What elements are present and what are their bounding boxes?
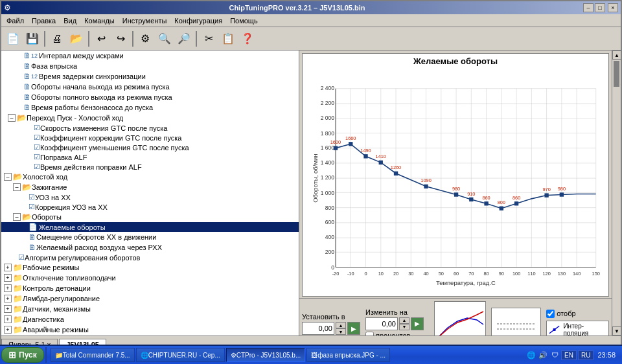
toolbar-zoom[interactable]: 🔎 (175, 30, 193, 48)
tree-item-alf1[interactable]: ☑ Поправка ALF (1, 152, 299, 162)
doc-icon3: 🗎 (23, 72, 31, 81)
folder-icon-zazhig: 📂 (22, 183, 32, 192)
scroll-up-arrow[interactable]: ▲ (612, 51, 621, 60)
taskbar-chiptuner[interactable]: 🌐 CHIPTUNER.RU - Сер... (136, 348, 225, 362)
set-spin-up[interactable]: ▲ (336, 322, 346, 328)
tree-item-avar[interactable]: + 📁 Аварийные режимы (1, 324, 299, 335)
taskbar-faza[interactable]: 🖼 фаза впрыска.JPG - ... (306, 348, 390, 362)
expand-rabochie[interactable]: + (4, 264, 12, 271)
right-scrollbar[interactable]: ▲ ▼ (612, 51, 621, 336)
svg-text:1 200: 1 200 (321, 174, 334, 181)
menu-view[interactable]: Вид (60, 16, 80, 26)
taskbar-ctpro[interactable]: ⚙ CTPro - J5V13L05.b... (226, 348, 306, 362)
tree-item-zaderzhka[interactable]: 🗎 12 Время задержки синхронизации (1, 71, 299, 82)
tree-item-rabochie[interactable]: + 📁 Рабочие режимы (1, 262, 299, 273)
svg-text:150: 150 (592, 271, 600, 277)
tray-lang-ru[interactable]: RU (578, 350, 593, 360)
expand-zazhiganie[interactable]: – (13, 183, 21, 191)
close-button[interactable]: × (608, 3, 618, 12)
doc-icon5: 🗎 (23, 93, 31, 102)
tree-item-perekhod[interactable]: – 📂 Переход Пуск - Холостой ход (1, 113, 299, 123)
expand-otkl[interactable]: + (4, 274, 12, 282)
main-window: ⚙ ChipTuningPRO ver.3.21 – J5V13L05.bin … (0, 0, 622, 364)
toolbar-help[interactable]: ❓ (238, 30, 257, 48)
scroll-down-arrow[interactable]: ▼ (612, 326, 621, 336)
menu-commands[interactable]: Команды (80, 16, 119, 26)
change-spin-up[interactable]: ▲ (399, 317, 409, 324)
change-label: Изменить на (365, 308, 424, 316)
menu-file[interactable]: Файл (3, 16, 28, 26)
tree-item-zhelaemye[interactable]: 📄 Желаемые обороты (1, 222, 299, 232)
tree-item-alf2[interactable]: ☑ Время действия поправки ALF (1, 162, 299, 172)
expand-diag[interactable]: + (4, 315, 12, 323)
tree-item-oboroty-folder[interactable]: – 📂 Обороты (1, 212, 299, 222)
scroll-thumb[interactable] (614, 61, 619, 87)
tree-item-oboroty-full[interactable]: 🗎 Обороты полного выхода из режима пуска (1, 92, 299, 102)
right-panel: Желаемые обороты Обороты, об/мин (299, 51, 612, 336)
minimize-button[interactable]: – (583, 3, 593, 12)
tree-scroll[interactable]: 🗎 12 Интервал между искрами 🗎 Фаза впрыс… (1, 51, 299, 336)
toolbar-print[interactable]: 🖨 (48, 30, 66, 48)
tree-item-algoritm[interactable]: ☑ Алгоритм регулирования оборотов (1, 253, 299, 262)
menu-tools[interactable]: Инструменты (119, 16, 171, 26)
toolbar-sep1 (44, 31, 45, 47)
toolbar-new[interactable]: 📄 (4, 30, 22, 48)
tree-item-koeff1[interactable]: ☑ Коэффициент коррекции GTC после пуска (1, 133, 299, 142)
set-value-input[interactable] (302, 322, 334, 335)
expand-datchiki[interactable]: + (4, 305, 12, 313)
expand-perekhod[interactable]: – (8, 114, 16, 122)
scroll-track[interactable] (612, 88, 621, 326)
tree-item-uoz[interactable]: ☑ УОЗ на ХХ (1, 192, 299, 202)
change-value-input[interactable] (365, 317, 398, 330)
start-button[interactable]: ⊞ Пуск (1, 347, 44, 363)
expand-lyambda[interactable]: + (4, 295, 12, 302)
tree-item-kholostoy[interactable]: – 📂 Холостой ход (1, 172, 299, 182)
menu-help[interactable]: Помощь (226, 16, 262, 26)
tree-item-interval[interactable]: 🗎 12 Интервал между искрами (1, 51, 299, 61)
tree-item-skorost[interactable]: ☑ Скорость изменения GTC после пуска (1, 123, 299, 133)
expand-kholostoy[interactable]: – (4, 173, 12, 181)
svg-text:30: 30 (408, 271, 413, 277)
expand-oboroty[interactable]: – (13, 213, 21, 221)
chart-data-line: 1600 1660 1490 1410 1260 1090 980 910 86… (330, 135, 596, 210)
menu-edit[interactable]: Правка (28, 16, 60, 26)
tree-item-zazhiganie[interactable]: – 📂 Зажигание (1, 182, 299, 192)
tree-item-koeff2[interactable]: ☑ Коэффициент уменьшения GTC после пуска (1, 142, 299, 152)
tree-item-faza[interactable]: 🗎 Фаза впрыска (1, 61, 299, 71)
toolbar-cut[interactable]: ✂ (200, 30, 218, 48)
tree-item-diag[interactable]: + 📁 Диагностика (1, 314, 299, 324)
toolbar-copy[interactable]: 📋 (219, 30, 237, 48)
tree-item-smeschenie[interactable]: 🗎 Смещение оборотов ХХ в движении (1, 232, 299, 242)
set-apply-button[interactable]: ▶ (347, 322, 360, 335)
tray-lang[interactable]: EN (561, 350, 577, 360)
set-spin-down[interactable]: ▼ (336, 328, 346, 335)
toolbar-sep3 (132, 31, 133, 47)
tc-icon: 📁 (55, 352, 63, 359)
tree-item-otkl[interactable]: + 📁 Отключение топливоподачи (1, 273, 299, 283)
tree-item-korr-uoz[interactable]: ☑ Коррекция УОЗ на ХХ (1, 202, 299, 212)
tree-item-deton[interactable]: + 📁 Контроль детонации (1, 283, 299, 293)
toolbar-sep4 (196, 31, 197, 47)
toolbar-save[interactable]: 💾 (23, 30, 41, 48)
tree-item-rashod[interactable]: 🗎 Желаемый расход воздуха через РХХ (1, 242, 299, 253)
ct-icon: 🌐 (141, 352, 148, 359)
maximize-button[interactable]: □ (595, 3, 605, 12)
tree-item-lyambda[interactable]: + 📁 Лямбда-регулирование (1, 293, 299, 304)
toolbar-settings[interactable]: ⚙ (136, 30, 154, 48)
tree-item-oboroty-nacha[interactable]: 🗎 Обороты начала выхода из режима пуска (1, 82, 299, 92)
check-icon4: ☑ (34, 153, 40, 161)
show-checkbox[interactable] (546, 310, 555, 318)
change-apply-button[interactable]: ▶ (411, 317, 424, 330)
menu-config[interactable]: Конфигурация (170, 16, 226, 26)
tree-item-datchiki[interactable]: + 📁 Датчики, механизмы (1, 304, 299, 314)
change-spin-down[interactable]: ▼ (399, 324, 409, 330)
taskbar-total-commander[interactable]: 📁 Total Commander 7.5... (51, 348, 135, 362)
tree-item-benzopump[interactable]: 🗎 Время работы бензонасоса до пуска (1, 102, 299, 113)
expand-avar[interactable]: + (4, 326, 12, 334)
set-label: Установить в (302, 313, 360, 321)
toolbar-redo[interactable]: ↪ (111, 30, 130, 48)
toolbar-undo[interactable]: ↩ (92, 30, 110, 48)
toolbar-open[interactable]: 📂 (67, 30, 86, 48)
expand-deton[interactable]: + (4, 284, 12, 292)
toolbar-search[interactable]: 🔍 (156, 30, 174, 48)
